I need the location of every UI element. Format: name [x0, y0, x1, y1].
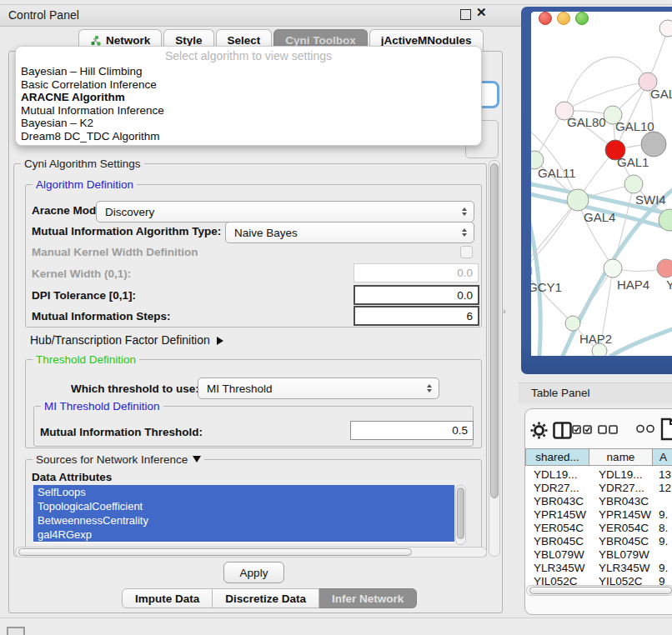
svg-text:SWI4: SWI4: [635, 192, 666, 207]
column-header-name[interactable]: name: [589, 448, 653, 466]
data-attributes-list: SelfLoops TopologicalCoefficient Between…: [33, 485, 454, 543]
table-row[interactable]: YPR145WYPR145W9.: [525, 508, 672, 522]
table-row[interactable]: YDL19...YDL19...13: [525, 468, 672, 482]
tab-discretize-data[interactable]: Discretize Data: [213, 588, 319, 608]
menu-item-dream8[interactable]: Dream8 DC_TDC Algorithm: [16, 130, 481, 143]
svg-text:GAL1: GAL1: [617, 155, 649, 169]
menu-item-bayesian-k2[interactable]: Bayesian – K2: [16, 117, 481, 130]
settings-v-scrollbar[interactable]: [489, 160, 500, 557]
kernel-width-label: Kernel Width (0,1):: [32, 268, 131, 280]
node-gal4[interactable]: [567, 189, 589, 211]
svg-text:GAL80: GAL80: [567, 115, 606, 129]
expand-arrow-icon: [217, 337, 223, 345]
close-panel-icon[interactable]: ✕: [476, 5, 487, 20]
stepper-icon: [458, 228, 474, 237]
kernel-width-field[interactable]: 0.0: [354, 263, 479, 282]
aracne-mode-dropdown[interactable]: Discovery: [96, 201, 474, 222]
network-icon: [90, 35, 102, 47]
node-gcy1[interactable]: [531, 262, 532, 280]
table-row[interactable]: YBL079WYBL079W: [525, 548, 672, 562]
mi-steps-field[interactable]: 6: [354, 306, 479, 326]
svg-text:GAL4: GAL4: [584, 210, 615, 224]
deselect-all-icon[interactable]: [598, 425, 619, 435]
aracne-mode-label: Aracne Mode:: [32, 204, 106, 217]
select-all-icon[interactable]: [572, 425, 593, 435]
stepper-icon: [458, 208, 474, 216]
tab-infer-network[interactable]: Infer Network: [319, 588, 417, 608]
table-row[interactable]: YLR345WYLR345W9.: [525, 562, 672, 575]
algorithm-definition-legend: Algorithm Definition: [33, 178, 137, 191]
tab-impute-data[interactable]: Impute Data: [122, 588, 213, 608]
collapsed-panel-icon[interactable]: [7, 627, 25, 635]
hub-section-toggle[interactable]: Hub/Transcription Factor Definition: [30, 333, 223, 347]
svg-text:GCY1: GCY1: [531, 280, 562, 294]
column-header-a[interactable]: A: [652, 448, 672, 466]
node-gray[interactable]: [641, 132, 666, 157]
float-panel-icon[interactable]: [460, 9, 471, 20]
node-salmon[interactable]: [657, 259, 672, 278]
list-item[interactable]: gal4RGexp: [33, 528, 454, 542]
node[interactable]: [659, 20, 672, 37]
algorithm-placeholder: Select algorithm to view settings: [16, 47, 481, 65]
menu-item-basic-correlation[interactable]: Basic Correlation Inference: [16, 78, 481, 92]
manual-kernel-label: Manual Kernel Width Definition: [32, 246, 198, 258]
menu-item-aracne[interactable]: ARACNE Algorithm: [16, 91, 481, 104]
mi-threshold-field[interactable]: 0.5: [350, 421, 474, 440]
table-panel-title: Table Panel: [531, 387, 590, 399]
svg-text:HAP4: HAP4: [617, 278, 649, 292]
attributes-scrollbar[interactable]: [455, 485, 466, 545]
svg-text:GAL10: GAL10: [615, 119, 654, 133]
node-hap4[interactable]: [604, 259, 622, 278]
menu-item-mutual-information[interactable]: Mutual Information Inference: [16, 104, 481, 118]
table-row[interactable]: YBR045CYBR045C9.: [525, 535, 672, 548]
table-row[interactable]: YIL052CYIL052C9: [525, 575, 672, 585]
bottom-tabs: Impute Data Discretize Data Infer Networ…: [122, 588, 417, 608]
panel-splitter-icon[interactable]: ›: [503, 306, 506, 316]
settings-h-scrollbar[interactable]: [15, 547, 487, 558]
list-item[interactable]: BetweennessCentrality: [33, 513, 454, 528]
algorithm-dropdown-popup: Select algorithm to view settings Bayesi…: [15, 46, 482, 146]
list-item[interactable]: TopologicalCoefficient: [33, 499, 454, 513]
table-row[interactable]: YER054CYER054C8.: [525, 522, 672, 535]
network-graph[interactable]: GAL7 GAL80 GAL10 GAL1 GAL11 SWI4 GAL4 GC…: [531, 12, 672, 356]
mi-type-label: Mutual Information Algorithm Type:: [32, 225, 221, 238]
svg-text:GAL7: GAL7: [650, 87, 672, 101]
columns-icon[interactable]: [553, 422, 572, 439]
list-item[interactable]: SelfLoops: [33, 485, 454, 499]
table-h-scrollbar[interactable]: [526, 585, 672, 596]
column-header-shared[interactable]: shared...: [525, 448, 589, 466]
table-panel-titlebar: Table Panel: [519, 382, 672, 403]
node-swi4[interactable]: [624, 175, 643, 193]
threshold-definition-legend: Threshold Definition: [33, 353, 139, 366]
stepper-icon: [423, 384, 439, 392]
cyni-settings-legend: Cyni Algorithm Settings: [21, 158, 144, 170]
sources-legend[interactable]: Sources for Network Inference: [33, 453, 204, 466]
mi-steps-label: Mutual Information Steps:: [32, 310, 171, 322]
svg-text:HAP2: HAP2: [579, 332, 612, 346]
table-body: YDL19...YDL19...13 YDR27...YDR27...12 YB…: [525, 467, 672, 585]
manual-kernel-checkbox[interactable]: [460, 246, 473, 258]
mi-threshold-label: Mutual Information Threshold:: [40, 426, 203, 438]
gear-icon[interactable]: [530, 422, 548, 439]
panel-title: Control Panel: [8, 8, 79, 22]
dpi-tolerance-field[interactable]: 0.0: [354, 285, 479, 305]
svg-text:Y: Y: [666, 278, 672, 292]
table-row[interactable]: YDR27...YDR27...12: [525, 482, 672, 495]
bottom-strip: [0, 618, 672, 635]
radio-pair-icon[interactable]: [636, 424, 654, 433]
which-threshold-dropdown[interactable]: MI Threshold: [198, 378, 439, 399]
apply-button[interactable]: Apply: [223, 562, 284, 583]
node-hap2[interactable]: [565, 316, 580, 331]
menu-item-bayesian-hill-climbing[interactable]: Bayesian – Hill Climbing: [16, 65, 481, 78]
file-icon[interactable]: [660, 418, 672, 441]
collapse-arrow-icon: [193, 456, 201, 462]
node-labels: GAL7 GAL80 GAL10 GAL1 GAL11 SWI4 GAL4 GC…: [531, 87, 672, 346]
which-threshold-label: Which threshold to use:: [71, 382, 199, 395]
svg-text:GAL11: GAL11: [538, 166, 576, 180]
dpi-tolerance-label: DPI Tolerance [0,1]:: [32, 289, 136, 302]
data-attributes-label: Data Attributes: [32, 471, 112, 483]
mi-threshold-legend: MI Threshold Definition: [41, 400, 163, 412]
mi-algorithm-type-dropdown[interactable]: Naive Bayes: [225, 222, 474, 243]
table-row[interactable]: YBR043CYBR043C: [525, 495, 672, 508]
